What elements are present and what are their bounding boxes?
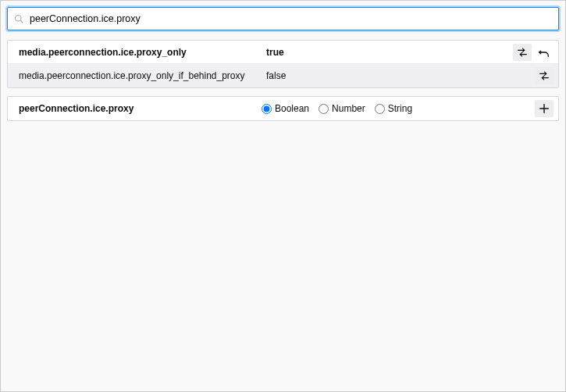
pref-row: media.peerconnection.ice.proxy_only true [8,41,558,64]
toggle-icon [517,47,528,58]
type-radio-number[interactable]: Number [319,103,365,114]
search-box[interactable] [7,7,559,30]
prefs-table: media.peerconnection.ice.proxy_only true [7,40,559,88]
radio-string[interactable] [375,104,385,114]
svg-point-0 [16,16,22,22]
pref-value: true [262,47,513,58]
undo-icon [539,47,550,58]
plus-icon [539,103,550,114]
about-config-page: media.peerconnection.ice.proxy_only true [0,0,566,392]
reset-button[interactable] [535,44,554,61]
radio-label: Boolean [275,103,309,114]
radio-label: Number [332,103,365,114]
add-button[interactable] [535,100,554,117]
svg-line-1 [20,20,23,23]
pref-name: media.peerconnection.ice.proxy_only_if_b… [8,70,262,81]
search-input[interactable] [28,12,552,25]
pref-name: media.peerconnection.ice.proxy_only [8,47,262,58]
pref-row: media.peerconnection.ice.proxy_only_if_b… [8,64,558,87]
add-pref-row: peerConnection.ice.proxy Boolean Number … [7,96,559,121]
radio-number[interactable] [319,104,329,114]
toggle-icon [539,70,550,81]
type-radio-group: Boolean Number String [262,103,535,114]
pref-value: false [262,70,535,81]
new-pref-name: peerConnection.ice.proxy [8,103,262,114]
type-radio-boolean[interactable]: Boolean [262,103,309,114]
toggle-button[interactable] [535,67,554,84]
type-radio-string[interactable]: String [375,103,412,114]
radio-boolean[interactable] [262,104,272,114]
radio-label: String [388,103,412,114]
search-icon [14,14,23,23]
toggle-button[interactable] [513,44,532,61]
